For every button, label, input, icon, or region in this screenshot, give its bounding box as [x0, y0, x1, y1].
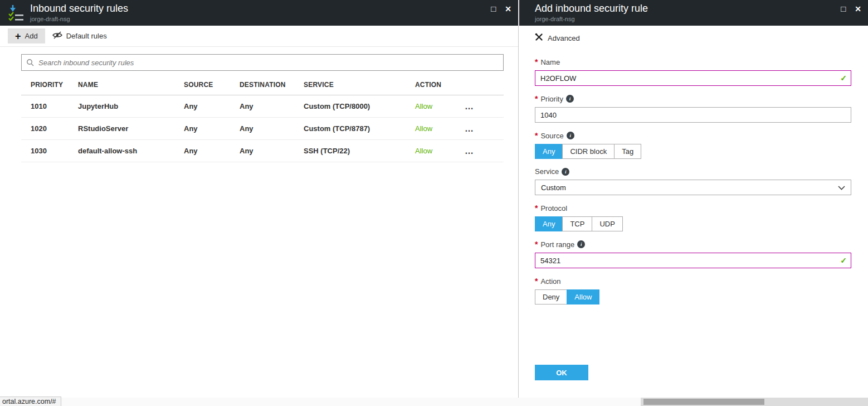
- info-icon: i: [566, 95, 574, 103]
- required-marker: *: [535, 131, 538, 140]
- cell-name: default-allow-ssh: [78, 147, 184, 155]
- valid-check-icon: ✓: [840, 256, 847, 265]
- col-action: ACTION: [415, 81, 461, 89]
- maximize-icon[interactable]: □: [841, 4, 846, 13]
- cell-destination: Any: [240, 124, 304, 133]
- add-inbound-rule-blade: Add inbound security rule jorge-draft-ns…: [519, 0, 868, 398]
- eye-slash-icon: [52, 31, 62, 41]
- row-context-menu-icon[interactable]: …: [461, 124, 477, 134]
- inbound-security-rules-blade: Inbound security rules jorge-draft-nsg □…: [0, 0, 519, 398]
- cell-action: Allow: [415, 102, 461, 110]
- advanced-label: Advanced: [548, 34, 580, 42]
- cell-service: SSH (TCP/22): [304, 147, 415, 155]
- priority-label: Priority: [540, 95, 563, 103]
- close-icon[interactable]: ✕: [855, 4, 861, 13]
- port-range-field-group: * Port range i ✓: [535, 240, 851, 268]
- page-title: Add inbound security rule: [535, 3, 648, 14]
- cell-name: JupyterHub: [78, 102, 184, 110]
- required-marker: *: [535, 240, 538, 249]
- protocol-option-udp[interactable]: UDP: [592, 216, 622, 231]
- cell-action: Allow: [415, 124, 461, 133]
- default-rules-label: Default rules: [66, 32, 107, 40]
- chevron-down-icon: [838, 183, 845, 192]
- cell-source: Any: [184, 147, 240, 155]
- port-range-label: Port range: [540, 240, 574, 249]
- source-option-cidr-block[interactable]: CIDR block: [562, 144, 615, 159]
- col-destination: DESTINATION: [240, 81, 304, 89]
- search-icon: [26, 59, 34, 69]
- port-range-field[interactable]: [535, 253, 851, 268]
- service-selected-value: Custom: [541, 183, 566, 192]
- protocol-toggle-group: Any TCP UDP: [535, 216, 851, 231]
- cell-source: Any: [184, 102, 240, 110]
- page-subtitle: jorge-draft-nsg: [30, 16, 128, 22]
- table-row[interactable]: 1030 default-allow-ssh Any Any SSH (TCP/…: [21, 140, 504, 162]
- action-field-group: * Action Deny Allow: [535, 277, 851, 304]
- action-option-allow[interactable]: Allow: [567, 289, 599, 304]
- protocol-field-group: * Protocol Any TCP UDP: [535, 204, 851, 231]
- cell-destination: Any: [240, 102, 304, 110]
- row-context-menu-icon[interactable]: …: [461, 102, 477, 112]
- rules-table: PRIORITY NAME SOURCE DESTINATION SERVICE…: [21, 74, 504, 162]
- table-row[interactable]: 1010 JupyterHub Any Any Custom (TCP/8000…: [21, 95, 504, 118]
- info-icon: i: [567, 132, 574, 139]
- cell-name: RStudioServer: [78, 124, 184, 133]
- priority-field-group: * Priority i: [535, 94, 851, 123]
- horizontal-scrollbar-track[interactable]: [641, 398, 868, 406]
- left-blade-header: Inbound security rules jorge-draft-nsg □…: [0, 0, 518, 26]
- page-title: Inbound security rules: [30, 3, 128, 14]
- table-row[interactable]: 1020 RStudioServer Any Any Custom (TCP/8…: [21, 118, 504, 140]
- col-service: SERVICE: [304, 81, 415, 89]
- info-icon: i: [577, 240, 585, 248]
- add-button[interactable]: + Add: [8, 28, 45, 44]
- source-toggle-group: Any CIDR block Tag: [535, 144, 851, 159]
- right-blade-header: Add inbound security rule jorge-draft-ns…: [519, 0, 868, 26]
- cell-priority: 1030: [31, 147, 78, 155]
- cell-destination: Any: [240, 147, 304, 155]
- bottom-strip: [0, 398, 868, 406]
- search-input[interactable]: [21, 54, 504, 71]
- cell-action: Allow: [415, 147, 461, 155]
- tools-icon: [535, 33, 543, 43]
- protocol-label: Protocol: [540, 204, 567, 212]
- close-icon[interactable]: ✕: [505, 4, 511, 13]
- inbound-rules-icon: [8, 4, 25, 21]
- cell-priority: 1020: [31, 124, 78, 133]
- service-select[interactable]: Custom: [535, 180, 851, 195]
- col-name: NAME: [78, 81, 184, 89]
- info-icon: i: [562, 168, 569, 176]
- browser-status-url: ortal.azure.com/#: [0, 397, 61, 406]
- name-label: Name: [540, 58, 560, 66]
- col-source: SOURCE: [184, 81, 240, 89]
- ok-button[interactable]: OK: [535, 365, 588, 380]
- protocol-option-any[interactable]: Any: [535, 216, 563, 231]
- action-option-deny[interactable]: Deny: [535, 289, 567, 304]
- name-field-group: * Name ✓: [535, 57, 851, 86]
- priority-field[interactable]: [535, 107, 851, 123]
- valid-check-icon: ✓: [840, 74, 847, 83]
- left-blade-toolbar: + Add Default rules: [0, 26, 518, 47]
- name-field[interactable]: [535, 70, 851, 86]
- service-field-group: Service i Custom: [535, 167, 851, 195]
- protocol-option-tcp[interactable]: TCP: [562, 216, 592, 231]
- required-marker: *: [535, 204, 538, 212]
- action-toggle-group: Deny Allow: [535, 289, 851, 304]
- required-marker: *: [535, 277, 538, 286]
- source-option-tag[interactable]: Tag: [614, 144, 641, 159]
- source-field-group: * Source i Any CIDR block Tag: [535, 131, 851, 159]
- action-label: Action: [540, 277, 560, 286]
- cell-source: Any: [184, 124, 240, 133]
- advanced-button[interactable]: Advanced: [519, 26, 868, 49]
- horizontal-scrollbar-thumb[interactable]: [643, 399, 764, 405]
- required-marker: *: [535, 57, 538, 66]
- page-subtitle: jorge-draft-nsg: [535, 16, 648, 22]
- default-rules-button[interactable]: Default rules: [45, 28, 114, 44]
- cell-service: Custom (TCP/8000): [304, 102, 415, 110]
- maximize-icon[interactable]: □: [491, 4, 496, 13]
- source-option-any[interactable]: Any: [535, 144, 563, 159]
- service-label: Service: [535, 167, 559, 176]
- row-context-menu-icon[interactable]: …: [461, 146, 477, 156]
- table-header-row: PRIORITY NAME SOURCE DESTINATION SERVICE…: [21, 74, 504, 95]
- col-priority: PRIORITY: [31, 81, 78, 89]
- cell-service: Custom (TCP/8787): [304, 124, 415, 133]
